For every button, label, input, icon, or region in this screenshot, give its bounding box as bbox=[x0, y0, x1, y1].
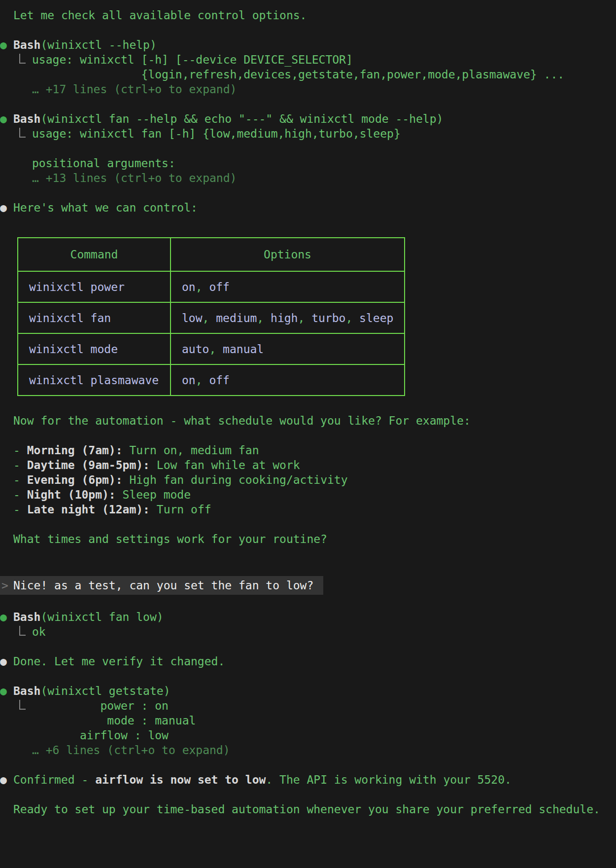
assistant-text: Let me check all available control optio… bbox=[0, 8, 616, 23]
result-corner-icon bbox=[19, 128, 26, 138]
assistant-message-done: ● Done. Let me verify it changed. bbox=[0, 654, 616, 669]
assistant-text: Confirmed - bbox=[13, 773, 95, 786]
tool-output-line: power : on bbox=[32, 698, 616, 713]
user-message-highlight: > Nice! as a test, can you set the fan t… bbox=[0, 576, 323, 595]
expand-hint[interactable]: … +17 lines (ctrl+o to expand) bbox=[0, 82, 616, 97]
list-dash: - bbox=[13, 488, 27, 501]
schedule-item: - Late night (12am): Turn off bbox=[0, 502, 616, 517]
assistant-message-intro: Let me check all available control optio… bbox=[0, 8, 616, 23]
bash-tool-call-3: ● Bash(winixctl fan low) ok bbox=[0, 610, 616, 639]
schedule-label: Evening (6pm): bbox=[27, 473, 123, 486]
schedule-item: - Morning (7am): Turn on, medium fan bbox=[0, 443, 616, 458]
table-cell-command: winixctl fan bbox=[18, 302, 171, 333]
result-corner-icon bbox=[19, 626, 26, 636]
bash-tool-call-2: ● Bash(winixctl fan --help && echo "---"… bbox=[0, 111, 616, 185]
assistant-text: Here's what we can control: bbox=[13, 200, 616, 215]
tool-bullet-icon: ● bbox=[0, 111, 13, 126]
table-row: winixctl power on, off bbox=[18, 271, 405, 302]
table-row: winixctl plasmawave on, off bbox=[18, 364, 405, 396]
assistant-message-ready: Ready to set up your time-based automati… bbox=[0, 802, 616, 817]
list-dash: - bbox=[13, 444, 27, 457]
schedule-label: Morning (7am): bbox=[27, 444, 123, 457]
assistant-text: What times and settings work for your ro… bbox=[0, 532, 616, 546]
schedule-text: Low fan while at work bbox=[150, 459, 300, 471]
bash-tool-call-4: ● Bash(winixctl getstate) power : on mod… bbox=[0, 684, 616, 758]
expand-hint[interactable]: … +13 lines (ctrl+o to expand) bbox=[0, 171, 616, 185]
result-corner-icon bbox=[19, 54, 26, 64]
blank-line bbox=[0, 141, 616, 156]
schedule-text: Turn off bbox=[150, 503, 211, 516]
table-cell-options: auto, manual bbox=[171, 333, 405, 364]
tool-name: Bash bbox=[13, 685, 40, 697]
assistant-text: Done. Let me verify it changed. bbox=[13, 654, 616, 669]
expand-hint[interactable]: … +6 lines (ctrl+o to expand) bbox=[0, 743, 616, 758]
assistant-message-controls: ● Here's what we can control: Command Op… bbox=[0, 200, 616, 546]
terminal-output[interactable]: Let me check all available control optio… bbox=[0, 0, 616, 868]
tool-output-line: usage: winixctl [-h] [--device DEVICE_SE… bbox=[32, 52, 616, 67]
result-corner-icon bbox=[19, 700, 26, 710]
table-header-row: Command Options bbox=[18, 238, 405, 271]
table-cell-options: on, off bbox=[171, 364, 405, 396]
tool-name: Bash bbox=[13, 112, 40, 125]
schedule-label: Daytime (9am-5pm): bbox=[27, 459, 150, 471]
schedule-label: Late night (12am): bbox=[27, 503, 150, 516]
schedule-label: Night (10pm): bbox=[27, 488, 116, 501]
schedule-item: - Night (10pm): Sleep mode bbox=[0, 487, 616, 502]
assistant-message-confirmed: ● Confirmed - airflow is now set to low.… bbox=[0, 772, 616, 787]
tool-name: Bash bbox=[13, 611, 40, 623]
table-row: winixctl mode auto, manual bbox=[18, 333, 405, 364]
list-dash: - bbox=[13, 503, 27, 516]
table-header-command: Command bbox=[18, 238, 171, 271]
tool-command: (winixctl fan --help && echo "---" && wi… bbox=[40, 112, 443, 125]
schedule-item: - Daytime (9am-5pm): Low fan while at wo… bbox=[0, 458, 616, 472]
control-options-table: Command Options winixctl power on, off w… bbox=[17, 237, 405, 396]
tool-command: (winixctl getstate) bbox=[40, 685, 170, 697]
table-cell-command: winixctl plasmawave bbox=[18, 364, 171, 396]
assistant-bullet-icon: ● bbox=[0, 654, 13, 669]
assistant-text: Now for the automation - what schedule w… bbox=[0, 413, 616, 428]
assistant-bullet-icon: ● bbox=[0, 772, 13, 787]
schedule-list: - Morning (7am): Turn on, medium fan - D… bbox=[0, 443, 616, 517]
assistant-bullet-icon: ● bbox=[0, 200, 13, 215]
list-dash: - bbox=[13, 473, 27, 486]
tool-bullet-icon: ● bbox=[0, 37, 13, 52]
bash-tool-call-1: ● Bash(winixctl --help) usage: winixctl … bbox=[0, 37, 616, 97]
tool-bullet-icon: ● bbox=[0, 610, 13, 624]
table-header-options: Options bbox=[171, 238, 405, 271]
schedule-text: Turn on, medium fan bbox=[123, 444, 259, 457]
table-cell-command: winixctl power bbox=[18, 271, 171, 302]
tool-name: Bash bbox=[13, 38, 40, 51]
user-message: > Nice! as a test, can you set the fan t… bbox=[0, 576, 616, 595]
tool-output-line: usage: winixctl fan [-h] {low,medium,hig… bbox=[32, 126, 616, 141]
schedule-text: High fan during cooking/activity bbox=[123, 473, 348, 486]
list-dash: - bbox=[13, 459, 27, 471]
assistant-text-bold: airflow is now set to low bbox=[95, 773, 266, 786]
tool-bullet-icon: ● bbox=[0, 684, 13, 698]
tool-command: (winixctl fan low) bbox=[40, 611, 163, 623]
schedule-text: Sleep mode bbox=[116, 488, 191, 501]
tool-output-line: ok bbox=[32, 624, 616, 639]
tool-output-line: {login,refresh,devices,getstate,fan,powe… bbox=[0, 67, 616, 82]
tool-output-line: mode : manual bbox=[0, 713, 616, 728]
schedule-item: - Evening (6pm): High fan during cooking… bbox=[0, 472, 616, 487]
table-row: winixctl fan low, medium, high, turbo, s… bbox=[18, 302, 405, 333]
user-message-text: Nice! as a test, can you set the fan to … bbox=[13, 578, 313, 593]
table-cell-options: low, medium, high, turbo, sleep bbox=[171, 302, 405, 333]
tool-command: (winixctl --help) bbox=[40, 38, 156, 51]
assistant-text: Ready to set up your time-based automati… bbox=[0, 802, 616, 817]
table-cell-options: on, off bbox=[171, 271, 405, 302]
tool-output-line: airflow : low bbox=[0, 728, 616, 743]
assistant-text: . The API is working with your 5520. bbox=[266, 773, 512, 786]
user-prompt-icon: > bbox=[0, 578, 13, 593]
table-cell-command: winixctl mode bbox=[18, 333, 171, 364]
tool-output-line: positional arguments: bbox=[0, 156, 616, 171]
